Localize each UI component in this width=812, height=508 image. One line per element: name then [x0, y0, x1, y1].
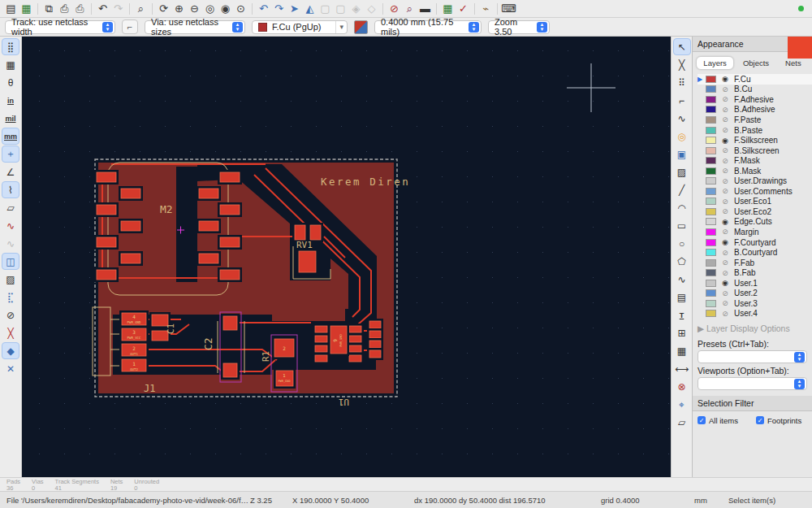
eye-slash-icon[interactable]: ⊘ — [720, 115, 730, 124]
smd-pad[interactable] — [223, 363, 237, 377]
layer-row-f-cu[interactable]: ▶◉F.Cu — [698, 74, 812, 85]
eye-icon[interactable]: ◉ — [720, 75, 730, 83]
eye-slash-icon[interactable]: ⊘ — [720, 249, 730, 257]
undo-button[interactable]: ↶ — [95, 2, 110, 16]
layer-row-b-cu[interactable]: ⊘B.Cu — [698, 85, 812, 95]
zoom-selection-button[interactable]: ⊙ — [233, 2, 248, 16]
save-button[interactable]: ▤ — [3, 2, 19, 16]
layer-color-swatch[interactable] — [706, 300, 716, 307]
cursor-shape-button[interactable]: ＋ — [2, 145, 19, 163]
redo-button[interactable]: ↷ — [110, 2, 126, 16]
viewports-select[interactable]: ▲▼ — [698, 377, 807, 390]
pcb-canvas[interactable]: Kerem Diren M2 RV1 C1 C2 R1 J1 U1 4 PWR_… — [22, 37, 671, 477]
sketch-tracks-button[interactable]: ⌇ — [2, 181, 19, 198]
sketch-pads-button[interactable]: ▱ — [2, 199, 19, 216]
layer-color-swatch[interactable] — [706, 106, 716, 113]
add-image-tool[interactable]: ▤ — [673, 289, 691, 306]
layer-color-swatch[interactable] — [706, 249, 716, 256]
local-ratsnest-tool[interactable]: ⠿ — [673, 74, 691, 91]
smd-pad[interactable] — [315, 355, 327, 362]
add-zone-tool[interactable]: ▨ — [673, 163, 691, 180]
curved-ratsnest-button[interactable]: ∿ — [2, 235, 19, 252]
dimension-tool[interactable]: ⟷ — [673, 360, 691, 377]
filter-all-items[interactable]: ✓All items — [698, 415, 756, 425]
eye-slash-icon[interactable]: ⊘ — [720, 269, 730, 277]
layer-display-options[interactable]: ▶ Layer Display Options — [693, 319, 812, 336]
layer-row-f-mask[interactable]: ⊘F.Mask — [698, 155, 812, 166]
layer-row-f-fab[interactable]: ⊘F.Fab — [698, 258, 812, 268]
board-setup-button[interactable]: ▦ — [19, 2, 34, 16]
zoom-select[interactable]: Zoom 3.50 ▲▼ — [488, 20, 550, 34]
layer-color-swatch[interactable] — [706, 198, 716, 205]
zoom-out-button[interactable]: ⊖ — [187, 2, 202, 16]
lock-button[interactable]: ◈ — [348, 2, 364, 16]
layer-row-f-adhesive[interactable]: ⊘F.Adhesive — [698, 94, 812, 105]
smd-pad[interactable] — [315, 345, 327, 352]
grid-select[interactable]: 0.4000 mm (15.75 mils) ▲▼ — [374, 20, 482, 34]
appearance-toggle-button[interactable]: ◆ — [2, 342, 19, 359]
ungroup-button[interactable]: ▢ — [333, 2, 348, 16]
properties-button[interactable]: ✕ — [2, 360, 19, 377]
layer-color-swatch[interactable] — [706, 208, 716, 215]
eye-slash-icon[interactable]: ⊘ — [720, 177, 730, 185]
plot-button[interactable]: ⎙ — [72, 2, 88, 16]
smd-pad[interactable] — [349, 326, 361, 332]
eye-slash-icon[interactable]: ⊘ — [720, 299, 730, 307]
delete-tool[interactable]: ⊗ — [673, 378, 691, 395]
route-tracks-tool[interactable]: ⌐ — [673, 92, 691, 109]
units-mm-button[interactable]: mm — [2, 128, 19, 145]
measure-tool[interactable]: ▱ — [673, 414, 691, 431]
layer-row-b-adhesive[interactable]: ⊘B.Adhesive — [698, 105, 812, 115]
layer-color-swatch[interactable] — [706, 228, 716, 236]
smd-pad[interactable] — [97, 205, 116, 215]
layer-color-swatch[interactable] — [706, 137, 716, 144]
smd-pad[interactable] — [369, 331, 381, 338]
layer-color-swatch[interactable] — [706, 289, 716, 297]
polar-coords-button[interactable]: θ — [2, 74, 19, 91]
smd-pad[interactable] — [97, 237, 116, 247]
units-mils-button[interactable]: mil — [2, 110, 19, 127]
tab-objects[interactable]: Objects — [736, 56, 776, 70]
layer-row-edge-cuts[interactable]: ◉Edge.Cuts — [698, 217, 812, 228]
layer-color-swatch[interactable] — [706, 269, 716, 276]
units-inches-button[interactable]: in — [2, 92, 19, 109]
eye-icon[interactable]: ◉ — [720, 137, 730, 145]
add-footprint-tool[interactable]: ▣ — [673, 145, 691, 163]
smd-pad[interactable] — [220, 270, 240, 280]
smd-pad[interactable] — [199, 189, 218, 198]
zone-fill-button[interactable]: ⊘ — [2, 306, 19, 323]
sketch-zones-button[interactable]: ▨ — [2, 271, 19, 288]
layer-row-user-1[interactable]: ◉User.1 — [698, 278, 812, 289]
flip-board-button[interactable]: ➤ — [287, 2, 302, 16]
layer-color-swatch[interactable] — [706, 177, 716, 185]
smd-pad[interactable] — [349, 336, 361, 342]
layer-color-swatch[interactable] — [706, 76, 716, 83]
layer-color-swatch[interactable] — [706, 310, 716, 317]
smd-pad[interactable] — [310, 225, 321, 240]
layer-row-f-silkscreen[interactable]: ◉F.Silkscreen — [698, 135, 812, 145]
smd-pad[interactable] — [315, 326, 327, 332]
layer-row-user-comments[interactable]: ⊘User.Comments — [698, 186, 812, 197]
smd-pad[interactable] — [121, 189, 140, 198]
eye-slash-icon[interactable]: ⊘ — [720, 167, 730, 175]
eye-icon[interactable]: ◉ — [720, 238, 730, 246]
tab-layers[interactable]: Layers — [696, 56, 734, 70]
layer-row-b-courtyard[interactable]: ⊘B.Courtyard — [698, 247, 812, 258]
draw-bezier-tool[interactable]: ∿ — [673, 271, 691, 288]
eye-slash-icon[interactable]: ⊘ — [720, 310, 730, 318]
scripting-console-button[interactable]: ⌨ — [501, 2, 516, 16]
checkbox[interactable]: ✓ — [756, 416, 764, 424]
layer-color-swatch[interactable] — [706, 116, 716, 124]
draw-line-tool[interactable]: ╱ — [673, 181, 691, 198]
eye-slash-icon[interactable]: ⊘ — [720, 85, 730, 93]
select-tool[interactable]: ↖ — [673, 38, 691, 55]
draw-polygon-tool[interactable]: ⬠ — [673, 253, 691, 270]
layer-row-margin[interactable]: ⊘Margin — [698, 227, 812, 237]
smd-pad[interactable] — [315, 336, 327, 342]
smd-pad[interactable] — [223, 316, 237, 330]
3d-viewer-button[interactable]: ▬ — [417, 2, 433, 16]
layer-row-user-2[interactable]: ⊘User.2 — [698, 288, 812, 298]
layer-color-swatch[interactable] — [706, 218, 716, 225]
eye-slash-icon[interactable]: ⊘ — [720, 106, 730, 114]
eye-icon[interactable]: ◉ — [720, 218, 730, 226]
